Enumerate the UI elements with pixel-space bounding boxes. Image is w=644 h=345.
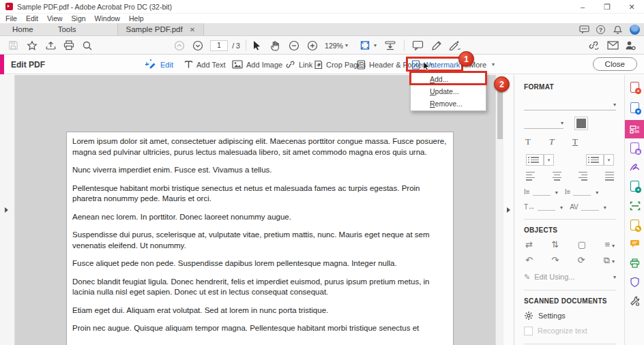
paragraph[interactable]: Donec blandit feugiat ligula. Donec hend…	[72, 277, 448, 298]
zoom-in-icon[interactable]	[305, 36, 320, 55]
share-with-people-icon[interactable]	[622, 36, 639, 55]
numbered-list-button[interactable]	[586, 154, 604, 166]
tab-close-icon[interactable]: ✕	[190, 26, 195, 33]
fit-page-dropdown[interactable]: ▾	[356, 36, 381, 55]
align-objects-dropdown[interactable]: ≡▾	[604, 239, 615, 250]
print-production-icon[interactable]	[628, 256, 641, 269]
select-tool-icon[interactable]	[249, 36, 264, 55]
edit-pdf-active-icon[interactable]	[625, 120, 644, 138]
paragraph[interactable]: Nunc viverra imperdiet enim. Fusce est. …	[72, 165, 448, 176]
star-favorites-icon[interactable]	[25, 36, 40, 55]
watermark-menu-update[interactable]: Update...	[411, 85, 486, 97]
create-pdf-icon[interactable]: +	[628, 80, 641, 93]
zoom-level-dropdown[interactable]: 129%▾	[322, 36, 351, 55]
add-image-button[interactable]: Add Image	[232, 55, 282, 74]
export-pdf-icon[interactable]: ▼	[628, 101, 641, 114]
arrange-dropdown[interactable]: ⧉▾	[604, 255, 615, 266]
email-icon[interactable]	[604, 36, 621, 55]
crop-object-icon[interactable]: ▢	[578, 239, 586, 250]
add-text-button[interactable]: Add Text	[184, 55, 226, 74]
find-icon[interactable]	[80, 36, 95, 55]
menu-edit[interactable]: Edit	[26, 14, 38, 22]
close-window-button[interactable]: ✕	[619, 0, 644, 14]
paragraph[interactable]: Lorem ipsum dolor sit amet, consectetuer…	[72, 136, 448, 158]
scrolling-mode-icon[interactable]	[382, 36, 398, 55]
paragraph[interactable]: Fusce aliquet pede non pede. Suspendisse…	[72, 258, 448, 269]
align-right-icon[interactable]	[579, 172, 587, 181]
scan-ocr-icon[interactable]	[628, 199, 641, 212]
rotate-left-icon[interactable]: ↶	[525, 255, 533, 265]
bold-icon[interactable]: T	[525, 136, 531, 147]
expand-right-pane-icon[interactable]	[507, 207, 510, 213]
more-tools-wrench-icon[interactable]	[628, 295, 641, 308]
tab-document[interactable]: Sample PDF.pdf ✕	[117, 23, 205, 35]
zoom-out-icon[interactable]	[287, 36, 302, 55]
underline-icon[interactable]: T	[572, 136, 578, 147]
menu-window[interactable]: Window	[95, 14, 120, 22]
rotate-right-icon[interactable]: ↷	[551, 255, 559, 265]
paragraph[interactable]: Proin nec augue. Quisque aliquam tempor …	[72, 323, 448, 334]
pencil-annotate-icon[interactable]	[428, 36, 445, 55]
pdf-page[interactable]: Lorem ipsum dolor sit amet, consectetuer…	[66, 132, 454, 345]
request-signatures-icon[interactable]: ✎	[628, 218, 641, 231]
comment-tool-icon[interactable]	[409, 36, 426, 55]
tab-tools[interactable]: Tools	[46, 23, 89, 35]
watermark-menu-remove[interactable]: Remove...	[411, 97, 486, 110]
align-left-icon[interactable]	[526, 172, 535, 181]
bulleted-list-dropdown-icon[interactable]: ▾	[544, 154, 554, 166]
font-color-picker[interactable]	[574, 117, 588, 130]
italic-icon[interactable]: T	[549, 136, 554, 147]
share-link-icon[interactable]	[585, 36, 602, 55]
character-spacing-dropdown[interactable]	[581, 202, 599, 211]
paragraph-spacing-dropdown[interactable]	[573, 188, 591, 196]
previous-page-icon[interactable]	[172, 36, 187, 55]
left-navigation-rail[interactable]	[0, 75, 15, 345]
recognize-text-checkbox[interactable]	[524, 327, 533, 335]
print-icon[interactable]	[61, 36, 76, 55]
feedback-bubble-icon[interactable]	[579, 25, 589, 35]
combine-files-icon[interactable]: +	[628, 179, 641, 192]
sign-pen-icon[interactable]	[446, 36, 464, 55]
paragraph[interactable]: Suspendisse dui purus, scelerisque at, v…	[72, 230, 448, 251]
share-upload-icon[interactable]	[43, 36, 58, 55]
expand-left-pane-icon[interactable]	[5, 207, 8, 213]
align-center-icon[interactable]	[553, 172, 561, 181]
edit-using-dropdown[interactable]: ✎ Edit Using... ▾	[524, 273, 616, 282]
settings-button[interactable]: Settings	[524, 311, 616, 320]
hand-tool-icon[interactable]	[267, 36, 282, 55]
bulleted-list-button[interactable]	[526, 154, 544, 166]
menu-help[interactable]: Help	[129, 14, 144, 22]
next-page-icon[interactable]	[190, 36, 205, 55]
font-size-dropdown[interactable]: ▾	[524, 118, 564, 129]
edit-mode-button[interactable]: Edit	[145, 55, 173, 74]
menu-view[interactable]: View	[47, 14, 63, 22]
align-justify-icon[interactable]	[605, 172, 614, 181]
numbered-list-dropdown-icon[interactable]: ▾	[604, 154, 614, 166]
page-number-input[interactable]: 1	[209, 36, 229, 55]
font-family-dropdown[interactable]: ▾	[524, 100, 616, 110]
paragraph[interactable]: Etiam eget dui. Aliquam erat volutpat. S…	[72, 305, 448, 316]
maximize-button[interactable]: ❐	[595, 0, 619, 14]
recognize-text-checkbox-row[interactable]: Recognize text	[524, 327, 616, 335]
horizontal-scale-dropdown[interactable]	[538, 202, 555, 211]
minimize-button[interactable]: –	[570, 0, 595, 14]
save-icon[interactable]	[5, 36, 20, 55]
menu-file[interactable]: File	[5, 14, 17, 22]
flip-horizontal-icon[interactable]: ⇄	[525, 239, 533, 250]
scrollbar-thumb[interactable]	[497, 90, 503, 139]
comment-icon[interactable]	[628, 237, 641, 250]
organize-pages-icon[interactable]: ≣	[628, 141, 641, 154]
paragraph[interactable]: Aenean nec lorem. In porttitor. Donec la…	[72, 212, 448, 223]
line-spacing-dropdown[interactable]	[533, 188, 551, 196]
user-avatar[interactable]	[630, 25, 640, 35]
close-edit-pdf-button[interactable]: Close	[593, 57, 637, 71]
flip-vertical-icon[interactable]: ⇅	[551, 239, 559, 250]
help-icon[interactable]: ?	[596, 25, 605, 34]
protect-shield-icon[interactable]	[628, 275, 641, 288]
tab-home[interactable]: Home	[0, 23, 46, 35]
fill-sign-icon[interactable]	[628, 161, 641, 174]
paragraph[interactable]: Pellentesque habitant morbi tristique se…	[72, 183, 448, 205]
menu-sign[interactable]: Sign	[72, 14, 86, 22]
vertical-scrollbar[interactable]: ▲	[495, 75, 503, 345]
notifications-bell-icon[interactable]	[612, 25, 623, 35]
